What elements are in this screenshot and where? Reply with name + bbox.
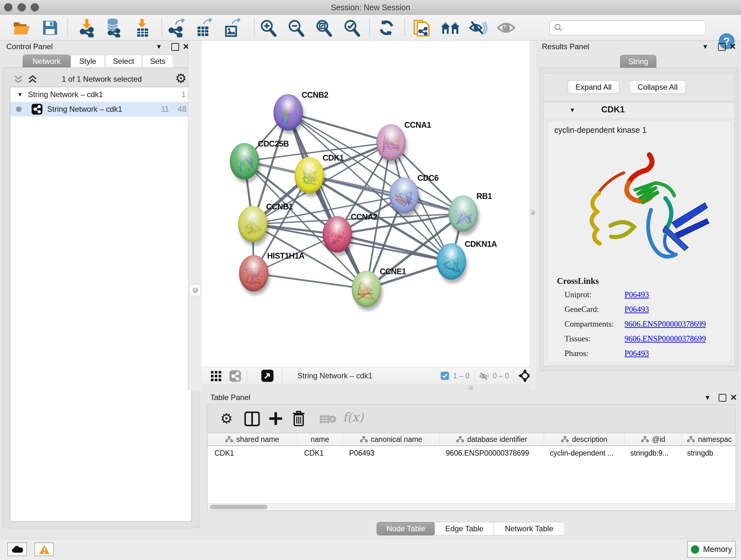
tab-network-table[interactable]: Network Table xyxy=(493,522,565,536)
collapse-all-button[interactable]: Collapse All xyxy=(629,80,686,94)
splitter-handle[interactable] xyxy=(468,385,473,390)
network-node-CCNA1[interactable]: CCNA1 xyxy=(376,120,431,164)
zoom-fit-icon[interactable] xyxy=(314,18,333,38)
node-table[interactable]: shared namenamecanonical namedatabase id… xyxy=(207,433,736,511)
tab-edge-table[interactable]: Edge Table xyxy=(434,522,494,536)
column-header-canonical-name[interactable]: canonical name xyxy=(343,433,440,445)
network-collection-row[interactable]: ▼ String Network – cdk1 1 xyxy=(10,87,192,102)
network-node-RB1[interactable]: RB1 xyxy=(448,192,492,235)
show-results-icon[interactable] xyxy=(496,18,516,38)
table-row[interactable]: CDK1CDK1P064939606.ENSP00000378699cyclin… xyxy=(207,446,736,460)
table-cell[interactable]: stringdb xyxy=(680,446,735,460)
collapse-panel-icon[interactable]: ▼ xyxy=(702,43,709,51)
table-cell[interactable]: CDK1 xyxy=(207,446,297,460)
collapse-all-icon[interactable] xyxy=(13,75,24,84)
export-network-icon[interactable] xyxy=(166,18,186,38)
grid-view-icon[interactable] xyxy=(211,371,221,381)
column-header-shared-name[interactable]: shared name xyxy=(207,433,297,445)
warning-status-button[interactable] xyxy=(35,543,54,556)
network-selected-status: 1 of 1 Network selected xyxy=(41,75,162,84)
expand-all-icon[interactable] xyxy=(27,75,38,84)
cloud-status-button[interactable] xyxy=(7,543,27,556)
collapse-panel-icon[interactable]: ▼ xyxy=(704,394,711,401)
table-cell[interactable]: 9606.ENSP00000378699 xyxy=(439,446,543,460)
network-row[interactable]: String Network – cdk1 11 48 xyxy=(10,102,192,117)
network-node-CCNB1[interactable]: CCNB1 xyxy=(238,202,293,246)
hidden-count: 0 – 0 xyxy=(493,372,509,380)
column-header-name[interactable]: name xyxy=(297,433,343,445)
search-input[interactable] xyxy=(566,23,701,33)
crosslink-uniprot[interactable]: P06493 xyxy=(624,290,649,299)
tab-node-table[interactable]: Node Table xyxy=(377,522,435,536)
tab-sets[interactable]: Sets xyxy=(142,55,173,68)
splitter-handle[interactable] xyxy=(190,285,201,296)
add-column-icon[interactable] xyxy=(268,411,283,426)
table-toolbar: ⚙ f(x) xyxy=(207,404,736,433)
delete-column-icon[interactable] xyxy=(292,410,306,427)
refresh-icon[interactable] xyxy=(377,18,396,38)
hide-results-icon[interactable] xyxy=(468,18,488,38)
export-table-icon[interactable] xyxy=(193,18,213,38)
zoom-in-icon[interactable] xyxy=(258,18,278,38)
collapse-panel-icon[interactable]: ▼ xyxy=(156,43,162,51)
column-header-namespac[interactable]: namespac xyxy=(682,433,737,445)
save-session-icon[interactable] xyxy=(40,18,60,38)
crosslink-compartments[interactable]: 9606.ENSP00000378699 xyxy=(624,320,706,328)
share-file-icon[interactable] xyxy=(412,18,432,38)
crosslink-genecard[interactable]: P06493 xyxy=(624,305,649,314)
network-graph[interactable]: CCNB2CCNA1CDC25BCDK1CDC6RB1CCNB1CCNA2CDK… xyxy=(202,41,529,367)
zoom-selected-icon[interactable] xyxy=(342,18,361,38)
toolbar-separator xyxy=(254,18,255,37)
single-network-view-icon[interactable] xyxy=(229,370,241,382)
left-splitter[interactable] xyxy=(188,41,202,390)
import-network-database-icon[interactable] xyxy=(104,18,123,38)
network-node-HIST1H1A[interactable]: HIST1H1A xyxy=(239,251,305,295)
birdseye-view-icon[interactable] xyxy=(261,369,274,382)
import-network-file-icon[interactable] xyxy=(77,18,96,38)
network-node-CCNE1[interactable]: CCNE1 xyxy=(352,267,406,311)
splitter-handle[interactable] xyxy=(530,210,535,215)
tab-string[interactable]: String xyxy=(620,55,657,68)
network-canvas[interactable]: CCNB2CCNA1CDC25BCDK1CDC6RB1CCNB1CCNA2CDK… xyxy=(202,41,529,367)
horizontal-splitter[interactable] xyxy=(202,384,529,390)
crosslink-pharos[interactable]: P06493 xyxy=(624,349,649,358)
tree-expander-icon[interactable]: ▼ xyxy=(17,91,23,98)
show-columns-icon[interactable] xyxy=(245,412,260,426)
column-header-description[interactable]: description xyxy=(544,433,625,445)
right-splitter[interactable] xyxy=(529,41,536,390)
table-cell[interactable]: cyclin-dependent ... xyxy=(543,446,623,460)
column-header--id[interactable]: @id xyxy=(625,433,682,445)
tab-style[interactable]: Style xyxy=(71,55,105,68)
tab-select[interactable]: Select xyxy=(105,55,142,68)
import-table-icon[interactable] xyxy=(132,18,152,38)
table-cell[interactable]: P06493 xyxy=(342,446,439,460)
close-panel-icon[interactable]: ✕ xyxy=(730,393,737,402)
table-cell[interactable]: stringdb:9... xyxy=(623,446,680,460)
zoom-out-icon[interactable] xyxy=(286,18,306,38)
gene-expander-icon[interactable]: ▼ xyxy=(569,107,576,114)
network-edge-CCNE1-HIST1H1A[interactable] xyxy=(254,273,366,289)
network-node-CCNB2[interactable]: CCNB2 xyxy=(273,90,328,134)
gear-icon[interactable]: ⚙ xyxy=(175,71,187,85)
memory-button[interactable]: Memory xyxy=(687,541,736,558)
float-panel-icon[interactable] xyxy=(719,394,726,401)
scrollbar-thumb[interactable] xyxy=(210,505,267,509)
column-header-database-identifier[interactable]: database identifier xyxy=(440,433,544,445)
crosslink-tissues[interactable]: 9606.ENSP00000378699 xyxy=(624,334,706,343)
expand-all-button[interactable]: Expand All xyxy=(568,80,619,94)
string-home-icon[interactable] xyxy=(441,18,460,38)
close-panel-icon[interactable]: ✕ xyxy=(729,42,736,52)
crosslink-label: Pharos: xyxy=(564,349,589,358)
export-image-icon[interactable] xyxy=(222,18,242,38)
network-edge-CCNE1-CCNB2[interactable] xyxy=(288,112,366,289)
table-cell[interactable]: CDK1 xyxy=(297,446,342,460)
tab-network[interactable]: Network xyxy=(23,55,71,68)
float-panel-icon[interactable] xyxy=(172,43,179,51)
network-node-CDKN1A[interactable]: CDKN1A xyxy=(436,240,497,283)
gene-header[interactable]: ▼ CDK1 xyxy=(544,102,735,119)
selected-checkbox-icon[interactable] xyxy=(441,371,449,380)
table-settings-gear-icon[interactable]: ⚙ xyxy=(220,410,232,427)
open-session-icon[interactable] xyxy=(12,18,31,38)
horizontal-scrollbar[interactable] xyxy=(207,503,735,510)
float-panel-icon[interactable] xyxy=(718,43,726,51)
